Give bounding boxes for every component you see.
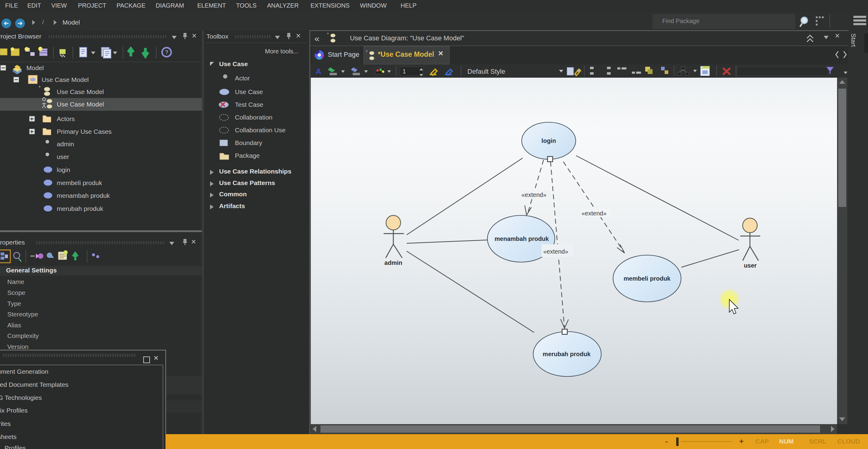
svg-text:Model: Model	[26, 64, 44, 71]
svg-text:*: *	[366, 50, 368, 54]
svg-text:Actor: Actor	[235, 75, 250, 82]
svg-text:«extend»: «extend»	[582, 210, 607, 217]
svg-text:admin: admin	[57, 140, 74, 148]
svg-text:menambah produk: menambah produk	[495, 235, 549, 242]
svg-text:Collaboration: Collaboration	[235, 114, 273, 121]
svg-text:Boundary: Boundary	[235, 139, 262, 146]
svg-text:Package: Package	[235, 152, 260, 159]
svg-text:login: login	[541, 137, 556, 144]
svg-text:Use Case Model: Use Case Model	[41, 76, 89, 83]
svg-text:A: A	[316, 67, 321, 76]
svg-text:Collaboration Use: Collaboration Use	[235, 127, 286, 133]
svg-text:Primary Use Cases: Primary Use Cases	[57, 128, 112, 135]
svg-text:membeli produk: membeli produk	[624, 275, 671, 282]
svg-text:login: login	[57, 166, 70, 173]
svg-text:Use Case Model: Use Case Model	[57, 101, 104, 108]
svg-text:membeli produk: membeli produk	[57, 179, 102, 186]
svg-text:Use Case: Use Case	[235, 88, 263, 95]
svg-text:«extend»: «extend»	[543, 248, 568, 255]
svg-text:user: user	[744, 262, 756, 269]
svg-text:Test Case: Test Case	[235, 101, 263, 108]
svg-text:*: *	[39, 85, 41, 90]
svg-text:Use Case Model: Use Case Model	[57, 88, 104, 95]
svg-text:1: 1	[402, 68, 406, 75]
svg-text:*: *	[327, 32, 329, 36]
svg-text:user: user	[57, 153, 69, 160]
svg-text:Default Style: Default Style	[467, 68, 505, 75]
svg-text:?: ?	[165, 50, 168, 56]
svg-text:admin: admin	[384, 259, 402, 266]
svg-text:menambah produk: menambah produk	[57, 192, 110, 199]
svg-text:merubah produk: merubah produk	[57, 205, 103, 212]
svg-text:«extend»: «extend»	[521, 191, 546, 198]
svg-text:Actors: Actors	[57, 115, 75, 122]
svg-text:merubah produk: merubah produk	[542, 351, 591, 357]
